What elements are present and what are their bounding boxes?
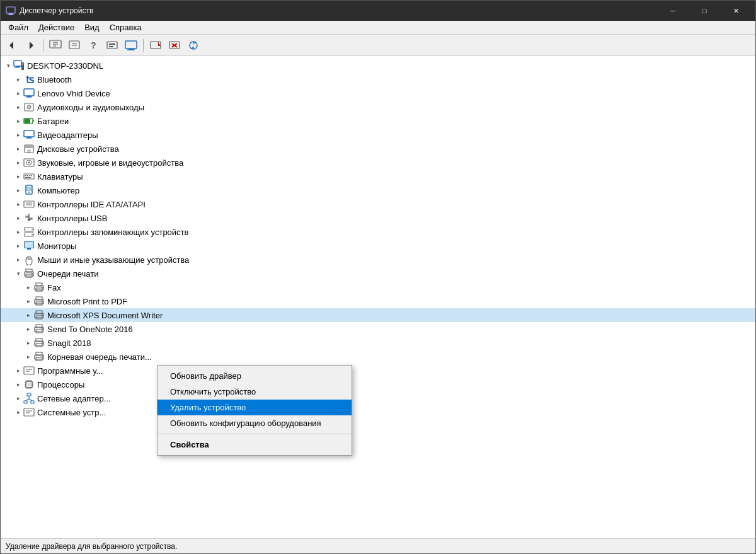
context-menu-item-delete[interactable]: Удалить устройство: [158, 400, 352, 415]
tree-label-fax: Fax: [47, 283, 61, 292]
toolbar-btn-warning[interactable]: !: [147, 37, 164, 54]
toolbar-btn-3[interactable]: [103, 37, 121, 54]
storage-icon: [23, 226, 35, 238]
tree-item-bluetooth[interactable]: ▸ʦBluetooth: [1, 72, 755, 86]
svg-rect-123: [31, 401, 34, 403]
tree-item-disk[interactable]: ▸Дисковые устройства: [1, 142, 755, 156]
expand-icon-mouse[interactable]: ▸: [13, 253, 23, 267]
toolbar-btn-monitor[interactable]: [122, 37, 140, 54]
expand-icon-lenovo[interactable]: ▸: [13, 86, 23, 100]
expand-icon-disk[interactable]: ▸: [13, 142, 23, 156]
printer-icon: [23, 268, 35, 279]
expand-icon-network[interactable]: ▸: [13, 391, 23, 405]
tree-item-monitor[interactable]: ▸Мониторы: [1, 239, 755, 253]
context-menu-item-update[interactable]: Обновить драйвер: [158, 368, 352, 384]
tree-item-sendto[interactable]: ▸Send To OneNote 2016: [1, 322, 755, 336]
expand-icon-software[interactable]: ▸: [13, 364, 23, 378]
tree-label-mouse: Мыши и иные указывающие устройства: [37, 255, 189, 265]
menu-help[interactable]: Справка: [105, 21, 147, 33]
expand-icon-bluetooth[interactable]: ▸: [13, 72, 23, 86]
back-button[interactable]: [3, 37, 21, 54]
expand-icon-kornevaya[interactable]: ▸: [23, 350, 33, 364]
tree-item-usb[interactable]: ▸Контроллеры USB: [1, 211, 755, 225]
svg-text:!: !: [159, 42, 160, 46]
maximize-button[interactable]: □: [690, 1, 719, 21]
expand-icon-sound[interactable]: ▸: [13, 156, 23, 170]
svg-rect-41: [24, 130, 34, 137]
expand-icon-ide[interactable]: ▸: [13, 197, 23, 211]
svg-point-87: [42, 301, 43, 302]
close-button[interactable]: ✕: [721, 1, 750, 21]
menu-file[interactable]: Файл: [3, 21, 33, 33]
tree-item-ide[interactable]: ▸Контроллеры IDE ATA/ATAPI: [1, 197, 755, 211]
context-menu-separator: [158, 434, 352, 434]
toolbar-btn-1[interactable]: [47, 37, 64, 54]
tree-item-audio[interactable]: ▸Аудиовходы и аудиовыходы: [1, 100, 755, 114]
toolbar-btn-2[interactable]: [66, 37, 83, 54]
tree-item-sysdev[interactable]: ▸Системные устр...: [1, 405, 755, 419]
tree-item-fax[interactable]: ▸Fax: [1, 280, 755, 294]
menu-view[interactable]: Вид: [79, 21, 105, 33]
toolbar-btn-refresh[interactable]: [185, 37, 202, 54]
tree-label-pdf: Microsoft Print to PDF: [47, 297, 127, 306]
printer-icon: [33, 282, 45, 293]
tree-item-snagit[interactable]: ▸Snagit 2018: [1, 336, 755, 350]
tree-item-sound[interactable]: ▸Звуковые, игровые и видеоустройства: [1, 156, 755, 170]
svg-rect-122: [24, 401, 27, 403]
expand-icon-audio[interactable]: ▸: [13, 100, 23, 114]
device-tree[interactable]: ▾DESKTOP-2330DNL▸ʦBluetooth▸Lenovo Vhid …: [1, 56, 755, 538]
tree-label-root: DESKTOP-2330DNL: [27, 61, 103, 71]
tree-item-battery[interactable]: ▸Батареи: [1, 114, 755, 128]
printer-icon: [33, 296, 45, 307]
menu-action[interactable]: Действие: [33, 21, 79, 33]
tree-item-lenovo[interactable]: ▸Lenovo Vhid Device: [1, 86, 755, 100]
svg-rect-13: [107, 42, 117, 49]
expand-icon-cpu[interactable]: ▸: [13, 378, 23, 391]
expand-icon-usb[interactable]: ▸: [13, 211, 23, 225]
tree-item-printqueue[interactable]: ▾Очереди печати: [1, 267, 755, 280]
expand-icon-root[interactable]: ▾: [3, 59, 13, 72]
tree-label-storage: Контроллеры запоминающих устройств: [37, 228, 188, 237]
svg-rect-54: [31, 175, 32, 176]
context-menu-item-disable[interactable]: Отключить устройство: [158, 384, 352, 400]
expand-icon-battery[interactable]: ▸: [13, 114, 23, 128]
tree-item-computer[interactable]: ▸Компьютер: [1, 183, 755, 197]
expand-icon-sendto[interactable]: ▸: [23, 322, 33, 336]
expand-icon-snagit[interactable]: ▸: [23, 336, 33, 350]
expand-icon-computer[interactable]: ▸: [13, 183, 23, 197]
tree-item-storage[interactable]: ▸Контроллеры запоминающих устройств: [1, 225, 755, 239]
tree-item-keyboard[interactable]: ▸Клавиатуры: [1, 170, 755, 183]
toolbar-btn-delete[interactable]: [166, 37, 183, 54]
expand-icon-printqueue[interactable]: ▾: [13, 267, 23, 280]
expand-icon-display[interactable]: ▸: [13, 128, 23, 142]
expand-icon-sysdev[interactable]: ▸: [13, 405, 23, 419]
tree-item-mouse[interactable]: ▸Мыши и иные указывающие устройства: [1, 253, 755, 267]
expand-icon-monitor[interactable]: ▸: [13, 239, 23, 253]
svg-rect-52: [27, 175, 28, 176]
svg-rect-71: [25, 242, 33, 248]
tree-item-network[interactable]: ▸Сетевые адаптер...: [1, 391, 755, 405]
expand-icon-xps[interactable]: ▸: [23, 308, 33, 322]
tree-item-display[interactable]: ▸Видеоадаптеры: [1, 128, 755, 142]
tree-item-kornevaya[interactable]: ▸Корневая очередь печати...: [1, 350, 755, 364]
tree-item-xps[interactable]: ▸Microsoft XPS Document Writer: [1, 308, 755, 322]
svg-line-126: [29, 399, 33, 401]
expand-icon-fax[interactable]: ▸: [23, 280, 33, 294]
forward-button[interactable]: [22, 37, 40, 54]
tree-item-pdf[interactable]: ▸Microsoft Print to PDF: [1, 294, 755, 308]
tree-item-software[interactable]: ▸Программные у...: [1, 364, 755, 378]
context-menu-item-props[interactable]: Свойства: [158, 437, 352, 453]
expand-icon-storage[interactable]: ▸: [13, 225, 23, 239]
tree-label-kornevaya: Корневая очередь печати...: [47, 352, 152, 362]
expand-icon-keyboard[interactable]: ▸: [13, 170, 23, 183]
ide-icon: [23, 199, 35, 210]
minimize-button[interactable]: ─: [658, 1, 687, 21]
svg-rect-59: [24, 201, 34, 207]
toolbar-btn-help[interactable]: ?: [84, 37, 102, 54]
tree-item-cpu[interactable]: ▸Процессоры: [1, 378, 755, 391]
svg-point-95: [42, 328, 43, 330]
keyboard-icon: [23, 171, 35, 182]
tree-item-root[interactable]: ▾DESKTOP-2330DNL: [1, 59, 755, 72]
context-menu-item-scan[interactable]: Обновить конфигурацию оборудования: [158, 415, 352, 431]
expand-icon-pdf[interactable]: ▸: [23, 294, 33, 308]
